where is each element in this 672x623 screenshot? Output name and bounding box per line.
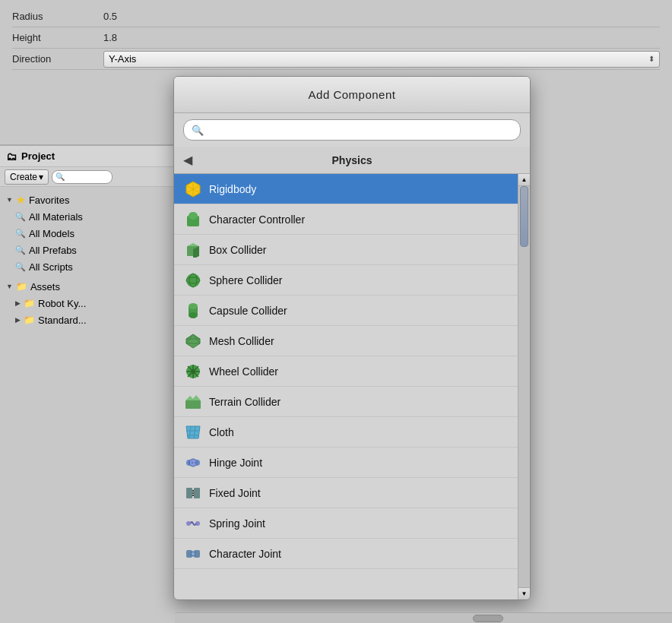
radius-label: Radius	[12, 11, 103, 22]
sidebar-item-standard[interactable]: ▶ 📁 Standard...	[0, 312, 175, 328]
inspector-row-height: Height 1.8	[12, 27, 660, 49]
triangle-icon-standard: ▶	[15, 316, 21, 324]
svg-point-14	[189, 303, 198, 309]
triangle-icon-robot: ▶	[15, 299, 21, 307]
svg-point-10	[186, 274, 200, 287]
svg-marker-28	[185, 395, 201, 400]
popup-title: Add Component	[174, 77, 530, 113]
list-item-capsule-collider[interactable]: Capsule Collider	[174, 296, 518, 326]
all-scripts-label: All Scripts	[29, 261, 73, 273]
list-item-box-collider[interactable]: Box Collider	[174, 235, 518, 265]
assets-folder-icon: 📁	[16, 281, 27, 292]
sphere-collider-icon	[185, 272, 201, 289]
project-search[interactable]: 🔍	[52, 170, 113, 184]
popup-list-wrap: Rigidbody Character Controller	[174, 174, 530, 599]
assets-label: Assets	[30, 281, 60, 293]
svg-rect-38	[194, 488, 200, 498]
list-item-character-controller[interactable]: Character Controller	[174, 204, 518, 235]
scrollbar-thumb[interactable]	[520, 186, 528, 247]
triangle-icon-assets: ▼	[6, 283, 13, 290]
back-arrow-icon[interactable]: ◀	[183, 153, 192, 167]
list-item-terrain-collider[interactable]: Terrain Collider	[174, 387, 518, 417]
popup-list: Rigidbody Character Controller	[174, 174, 518, 599]
section-title: Physics	[198, 154, 506, 166]
search-icon-sm: 🔍	[15, 212, 26, 222]
create-label: Create	[10, 172, 37, 182]
robot-folder-icon: 📁	[24, 298, 35, 308]
project-panel: 🗂 Project Create ▾ 🔍 ▼ ★ Favorites 🔍 All…	[0, 144, 175, 623]
terrain-collider-label: Terrain Collider	[209, 396, 281, 408]
search-magnifier-icon: 🔍	[192, 125, 204, 136]
radius-value: 0.5	[103, 11, 660, 22]
horizontal-thumb[interactable]	[473, 615, 503, 622]
spring-joint-icon	[185, 515, 201, 532]
standard-folder-icon: 📁	[24, 315, 35, 325]
search-input-wrap[interactable]: 🔍	[183, 119, 521, 141]
list-item-cloth[interactable]: Cloth	[174, 417, 518, 447]
list-item-spring-joint[interactable]: Spring Joint	[174, 508, 518, 539]
cloth-icon	[185, 424, 201, 441]
search-icon-sm-2: 🔍	[15, 229, 26, 239]
sidebar-item-all-materials[interactable]: 🔍 All Materials	[0, 208, 175, 225]
svg-rect-27	[185, 400, 201, 409]
popup-section-header: ◀ Physics	[174, 147, 530, 174]
mesh-collider-label: Mesh Collider	[209, 335, 274, 347]
character-controller-label: Character Controller	[209, 213, 305, 226]
wheel-collider-label: Wheel Collider	[209, 365, 278, 378]
capsule-collider-icon	[185, 302, 201, 319]
search-input[interactable]	[208, 122, 512, 138]
character-controller-icon	[185, 211, 201, 228]
sidebar-item-all-models[interactable]: 🔍 All Models	[0, 225, 175, 242]
standard-label: Standard...	[38, 315, 87, 326]
list-item-mesh-collider[interactable]: Mesh Collider	[174, 326, 518, 356]
all-models-label: All Models	[29, 228, 74, 239]
horizontal-scrollbar[interactable]	[175, 612, 672, 623]
direction-label: Direction	[12, 53, 103, 65]
create-arrow-icon: ▾	[39, 172, 43, 182]
folder-icon: 🗂	[6, 150, 17, 163]
list-item-sphere-collider[interactable]: Sphere Collider	[174, 265, 518, 296]
box-collider-icon	[185, 242, 201, 258]
capsule-collider-label: Capsule Collider	[209, 305, 287, 317]
project-title: Project	[21, 150, 55, 162]
popup-scrollbar[interactable]: ▲ ▼	[518, 174, 530, 599]
sidebar-item-all-prefabs[interactable]: 🔍 All Prefabs	[0, 242, 175, 258]
list-item-fixed-joint[interactable]: Fixed Joint	[174, 478, 518, 508]
favorites-section: ▼ ★ Favorites 🔍 All Materials 🔍 All Mode…	[0, 190, 175, 277]
sidebar-item-all-scripts[interactable]: 🔍 All Scripts	[0, 258, 175, 275]
direction-dropdown[interactable]: Y-Axis ⬍	[103, 51, 660, 68]
assets-header[interactable]: ▼ 📁 Assets	[0, 278, 175, 295]
svg-point-42	[186, 521, 191, 526]
cloth-label: Cloth	[209, 426, 234, 438]
list-item-hinge-joint[interactable]: Hinge Joint	[174, 447, 518, 478]
fixed-joint-label: Fixed Joint	[209, 487, 261, 499]
inspector-row-direction: Direction Y-Axis ⬍	[12, 49, 660, 70]
svg-point-46	[191, 552, 195, 556]
favorites-header[interactable]: ▼ ★ Favorites	[0, 191, 175, 208]
popup-search-area: 🔍	[174, 113, 530, 147]
rigidbody-label: Rigidbody	[209, 183, 256, 195]
dropdown-arrow-icon: ⬍	[648, 55, 655, 63]
inspector-panel: Radius 0.5 Height 1.8 Direction Y-Axis ⬍	[0, 0, 672, 84]
inspector-row-radius: Radius 0.5	[12, 6, 660, 27]
character-joint-icon	[185, 546, 201, 562]
create-button[interactable]: Create ▾	[5, 169, 49, 185]
svg-point-15	[189, 312, 198, 318]
scroll-up-button[interactable]: ▲	[518, 174, 531, 186]
all-materials-label: All Materials	[29, 211, 83, 223]
list-item-rigidbody[interactable]: Rigidbody	[174, 174, 518, 204]
fixed-joint-icon	[185, 485, 201, 501]
scroll-down-button[interactable]: ▼	[518, 587, 531, 599]
search-icon-sm-3: 🔍	[15, 245, 26, 255]
project-header: 🗂 Project	[0, 146, 175, 167]
star-icon: ★	[16, 194, 26, 206]
svg-rect-37	[186, 488, 192, 498]
scrollbar-track	[518, 186, 530, 587]
list-item-wheel-collider[interactable]: Wheel Collider	[174, 356, 518, 387]
all-prefabs-label: All Prefabs	[29, 245, 77, 256]
add-component-popup: Add Component 🔍 ◀ Physics Rigidbody	[173, 76, 531, 600]
hinge-joint-label: Hinge Joint	[209, 457, 262, 469]
sidebar-item-robot[interactable]: ▶ 📁 Robot Ky...	[0, 295, 175, 312]
mesh-collider-icon	[185, 333, 201, 349]
list-item-character-joint[interactable]: Character Joint	[174, 539, 518, 569]
